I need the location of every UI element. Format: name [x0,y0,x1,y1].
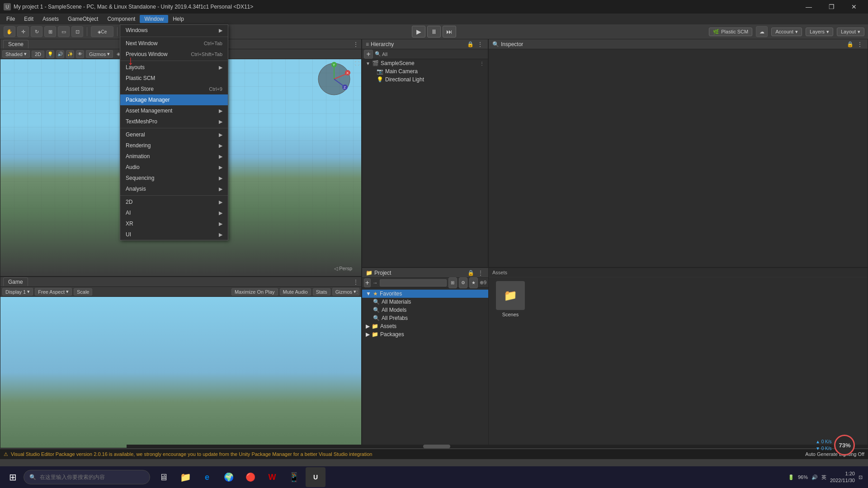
menu-ai[interactable]: AI ▶ [120,207,228,218]
aspect-dropdown[interactable]: Free Aspect ▾ [35,288,72,296]
hierarchy-lock-btn[interactable]: 🔒 [466,40,474,48]
project-scrollbar-h[interactable] [127,445,868,448]
taskbar-search-input[interactable] [40,474,144,480]
menu-textmeshpro[interactable]: TextMeshPro ▶ [120,116,228,127]
scene-audio-btn[interactable]: 🔊 [56,50,64,58]
edge-btn[interactable]: e [197,467,217,487]
project-view-btn[interactable]: ⊞ [448,277,457,288]
scene-hidden-btn[interactable]: 👁 [76,50,84,58]
browser2-btn[interactable]: 🌍 [219,467,239,487]
favorites-item[interactable]: ▼ ★ Favorites [362,290,488,298]
all-models-item[interactable]: 🔍 All Models [362,306,488,314]
rotate-tool-btn[interactable]: ↻ [31,26,42,37]
gizmos-dropdown[interactable]: Gizmos ▾ [86,50,113,58]
menu-windows[interactable]: Windows ▶ [120,25,228,36]
maximize-button[interactable]: ❐ [821,0,842,14]
task-view-btn[interactable]: 🖥 [154,467,174,487]
scenes-asset-item[interactable]: 📁 Scenes [492,281,528,317]
scene-tab[interactable]: Scene [3,40,28,48]
scene-tree-item[interactable]: ▼ 🎬 SampleScene ⋮ [362,59,488,67]
taskbar-search-box[interactable]: 🔍 [24,470,150,484]
plastic-scm-btn[interactable]: 🌿 Plastic SCM [709,28,752,36]
display-dropdown[interactable]: Display 1 ▾ [2,288,33,296]
all-materials-item[interactable]: 🔍 All Materials [362,298,488,306]
project-more-btn[interactable]: ⋮ [476,269,485,277]
rect-tool-btn[interactable]: ▭ [58,26,70,37]
play-button[interactable]: ▶ [412,26,425,38]
scene-options-icon[interactable]: ⋮ [353,41,359,47]
2d-btn[interactable]: 2D [32,51,44,58]
move-tool-btn[interactable]: ✛ [17,26,29,37]
game-tab[interactable]: Game [3,277,28,286]
minimize-button[interactable]: — [798,0,819,14]
menu-ui[interactable]: UI ▶ [120,229,228,240]
menu-xr[interactable]: XR ▶ [120,218,228,229]
menu-next-window[interactable]: Next Window Ctrl+Tab [120,38,228,49]
menu-rendering[interactable]: Rendering ▶ [120,140,228,151]
layout-dropdown[interactable]: Layout ▾ [837,28,864,36]
menu-asset-store[interactable]: Asset Store Ctrl+9 [120,84,228,94]
packages-item[interactable]: ▶ 📁 Packages [362,330,488,338]
close-button[interactable]: ✕ [844,0,864,14]
menu-sequencing[interactable]: Sequencing ▶ [120,173,228,183]
scale-tool-btn[interactable]: ⊞ [44,26,56,37]
w-app-btn[interactable]: W [262,467,282,487]
main-camera-item[interactable]: 📷 Main Camera [362,67,488,75]
project-lock-btn[interactable]: 🔒 [467,269,475,277]
inspector-more-btn[interactable]: ⋮ [856,40,864,48]
menu-animation[interactable]: Animation ▶ [120,151,228,162]
menu-prev-window[interactable]: Previous Window Ctrl+Shift+Tab [120,49,228,60]
hand-tool-btn[interactable]: ✋ [4,26,15,37]
menu-analysis[interactable]: Analysis ▶ [120,183,228,194]
start-button[interactable]: ⊞ [2,466,24,488]
scrollbar-thumb[interactable] [423,445,450,448]
menu-gameobject[interactable]: GameObject [63,15,103,23]
all-prefabs-item[interactable]: 🔍 All Prefabs [362,314,488,322]
scene-options-dots[interactable]: ⋮ [480,61,484,66]
mobile-app-btn[interactable]: 📱 [284,467,304,487]
menu-layouts[interactable]: Layouts ▶ [120,62,228,73]
step-button[interactable]: ⏭ [443,26,456,38]
game-options-icon[interactable]: ⋮ [353,279,359,285]
account-dropdown[interactable]: Account ▾ [771,28,802,36]
shading-dropdown[interactable]: Shaded ▾ [2,50,30,58]
unity-app-btn[interactable]: U [306,467,326,487]
assets-item[interactable]: ▶ 📁 Assets [362,322,488,330]
pause-button[interactable]: ⏸ [427,26,441,38]
inspector-lock-btn[interactable]: 🔒 [846,40,854,48]
menu-component[interactable]: Component [103,15,140,23]
project-add-btn[interactable]: + [364,278,371,287]
menu-window[interactable]: Window [140,15,168,23]
menu-2d[interactable]: 2D ▶ [120,197,228,207]
scene-maximize-btn[interactable]: ⛶ [355,61,359,66]
maximize-on-play-btn[interactable]: Maximize On Play [231,288,278,296]
game-maximize-btn[interactable]: ⋮ [355,289,359,294]
show-desktop-btn[interactable]: ⊡ [859,474,863,480]
project-settings-btn[interactable]: ⚙ [459,277,467,288]
project-search-input[interactable] [380,279,447,286]
menu-assets[interactable]: Assets [38,15,63,23]
directional-light-item[interactable]: 💡 Directional Light [362,75,488,84]
mute-audio-btn[interactable]: Mute Audio [280,288,311,296]
stats-btn[interactable]: Stats [313,288,330,296]
menu-edit[interactable]: Edit [19,15,38,23]
menu-help[interactable]: Help [168,15,189,23]
scene-fx-btn[interactable]: ✨ [66,50,74,58]
menu-package-manager[interactable]: Package Manager [120,94,228,105]
menu-asset-management[interactable]: Asset Management ▶ [120,105,228,116]
multi-tool-btn[interactable]: ⊡ [71,26,83,37]
menu-plastic-scm[interactable]: Plastic SCM [120,73,228,84]
menu-file[interactable]: File [2,15,19,23]
custom-editor-btn[interactable]: ◈Ce [91,26,113,37]
menu-audio[interactable]: Audio ▶ [120,162,228,173]
hierarchy-add-btn[interactable]: + [364,50,373,59]
menu-general[interactable]: General ▶ [120,129,228,140]
scale-dropdown[interactable]: Scale [74,288,93,296]
cloud-btn[interactable]: ☁ [756,26,768,37]
scene-light-btn[interactable]: 💡 [46,50,54,58]
layers-dropdown[interactable]: Layers ▾ [806,28,833,36]
hierarchy-more-btn[interactable]: ⋮ [476,40,484,48]
project-star-btn[interactable]: ★ [469,277,478,288]
file-explorer-btn[interactable]: 📁 [175,467,195,487]
red-app-btn[interactable]: 🔴 [241,467,260,487]
